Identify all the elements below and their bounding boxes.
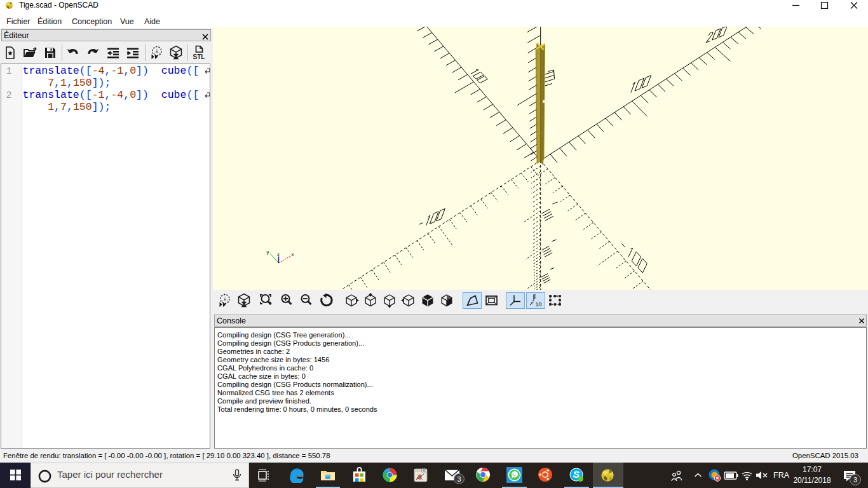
svg-text:STL: STL <box>193 53 205 60</box>
svg-text:10: 10 <box>535 301 541 308</box>
svg-text:x: x <box>292 252 294 257</box>
svg-text:0: 0 <box>423 468 426 473</box>
svg-text:z: z <box>277 252 280 257</box>
svg-text:y: y <box>267 249 269 255</box>
